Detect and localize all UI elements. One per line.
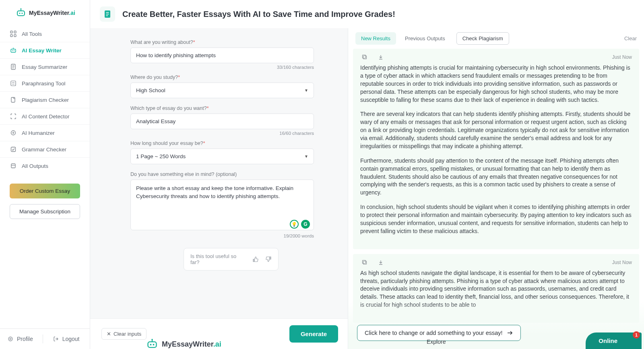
- grammarly-icon[interactable]: G: [301, 220, 310, 229]
- swap-icon: [10, 80, 17, 87]
- sidebar-item-ai-content-detector[interactable]: AI Content Detector: [0, 108, 90, 125]
- sidebar-item-label: All Tools: [22, 31, 42, 37]
- topic-input[interactable]: [130, 47, 314, 63]
- sidebar-item-ai-essay-writer[interactable]: AI Essay Writer: [0, 42, 90, 59]
- clear-inputs-label: Clear inputs: [114, 331, 141, 337]
- logout-icon: [53, 336, 59, 342]
- length-select[interactable]: 1 Page ~ 250 Words ▼: [130, 149, 314, 164]
- profile-label: Profile: [17, 336, 33, 342]
- svg-point-23: [8, 337, 12, 341]
- essay-paragraph: In conclusion, high school students shou…: [360, 203, 632, 235]
- order-custom-essay-button[interactable]: Order Custom Essay: [10, 184, 80, 198]
- svg-rect-20: [11, 147, 16, 152]
- sidebar-item-label: AI Essay Writer: [22, 47, 62, 54]
- sidebar-item-label: AI Humanizer: [22, 130, 55, 136]
- check-icon: [10, 146, 17, 153]
- sidebar-item-essay-summarizer[interactable]: Essay Summarizer: [0, 59, 90, 75]
- gear-icon: [7, 336, 14, 342]
- robot-logo-icon: [147, 339, 158, 349]
- study-select[interactable]: High School ▼: [130, 83, 314, 98]
- logout-link[interactable]: Logout: [53, 336, 80, 342]
- sidebar-item-label: AI Content Detector: [22, 114, 70, 120]
- stack-icon: [10, 162, 17, 169]
- sidebar-item-label: Grammar Checker: [22, 147, 66, 153]
- svg-rect-17: [11, 81, 16, 86]
- svg-point-10: [12, 50, 13, 51]
- download-icon[interactable]: [378, 54, 384, 60]
- suggestion-icon[interactable]: 💡: [290, 220, 299, 229]
- explore-link[interactable]: Explore: [427, 339, 446, 345]
- essay-type-input[interactable]: [130, 114, 314, 129]
- essay-paragraph: Furthermore, students should pay attenti…: [360, 157, 632, 197]
- check-plagiarism-button[interactable]: Check Plagiarism: [456, 32, 509, 45]
- clear-inputs-button[interactable]: ✕ Clear inputs: [101, 328, 147, 340]
- sidebar-item-all-outputs[interactable]: All Outputs: [0, 158, 90, 174]
- svg-rect-7: [10, 35, 12, 37]
- svg-rect-9: [11, 49, 16, 52]
- divider: [43, 335, 43, 343]
- page-header: Create Better, Faster Essays With AI to …: [90, 0, 644, 28]
- svg-point-37: [151, 339, 153, 340]
- sidebar-item-ai-humanizer[interactable]: AI Humanizer: [0, 125, 90, 141]
- sidebar-item-plagiarism-checker[interactable]: Plagiarism Checker: [0, 92, 90, 108]
- chevron-down-icon: ▼: [304, 88, 308, 93]
- grid-icon: [10, 30, 17, 37]
- profile-link[interactable]: Profile: [7, 336, 33, 342]
- brand-logo[interactable]: MyEssayWriter.ai: [0, 0, 90, 24]
- timestamp: Just Now: [612, 260, 632, 265]
- page-title: Create Better, Faster Essays With AI to …: [122, 10, 395, 19]
- sidebar-item-label: All Outputs: [22, 163, 48, 169]
- tab-new-results[interactable]: New Results: [355, 32, 396, 45]
- type-counter: 16/60 characters: [130, 131, 314, 136]
- svg-point-35: [153, 344, 155, 345]
- doc-icon: [10, 63, 17, 70]
- sidebar-item-label: Essay Summarizer: [22, 64, 67, 70]
- change-essay-label: Click here to change or add something to…: [365, 330, 503, 336]
- robot-icon: [10, 47, 17, 54]
- feedback-card: Is this tool useful so far?: [184, 248, 279, 271]
- essay-body: Identifying phishing attempts is crucial…: [360, 64, 632, 235]
- svg-rect-0: [17, 11, 25, 16]
- sidebar-item-grammar-checker[interactable]: Grammar Checker: [0, 141, 90, 158]
- essay-paragraph: There are several key indicators that ca…: [360, 110, 632, 150]
- logout-label: Logout: [62, 336, 80, 342]
- svg-point-1: [19, 12, 20, 14]
- sidebar-item-all-tools[interactable]: All Tools: [0, 26, 90, 42]
- manage-subscription-button[interactable]: Manage Subscription: [10, 204, 80, 219]
- svg-rect-31: [363, 261, 367, 264]
- result-card: Just Now As high school students navigat…: [353, 254, 639, 323]
- copy-icon[interactable]: [362, 54, 367, 60]
- study-label: Where do you study?*: [130, 74, 332, 80]
- wand-icon: [10, 129, 17, 136]
- svg-point-2: [21, 12, 23, 14]
- svg-point-24: [10, 338, 11, 340]
- svg-point-34: [150, 344, 152, 345]
- close-icon: ✕: [107, 331, 111, 337]
- notification-badge: 1: [633, 331, 640, 339]
- svg-rect-5: [10, 31, 12, 33]
- svg-point-11: [14, 50, 14, 51]
- timestamp: Just Now: [612, 54, 632, 60]
- generate-button[interactable]: Generate: [289, 325, 338, 343]
- length-label: How long should your essay be?*: [130, 140, 332, 146]
- essay-paragraph: As high school students navigate the dig…: [360, 269, 632, 309]
- thumbs-down-icon[interactable]: [265, 256, 272, 262]
- brand-name: MyEssayWriter.ai: [29, 10, 75, 16]
- download-icon[interactable]: [378, 260, 384, 265]
- footer-brand: MyEssayWriter.ai: [147, 339, 221, 349]
- copy-icon[interactable]: [362, 260, 367, 265]
- svg-rect-29: [363, 56, 367, 59]
- clear-output-button[interactable]: Clear: [624, 35, 637, 41]
- scan-icon: [10, 113, 17, 120]
- sidebar-item-paraphrasing-tool[interactable]: Paraphrasing Tool: [0, 75, 90, 92]
- thumbs-up-icon[interactable]: [252, 256, 259, 262]
- feedback-question: Is this tool useful so far?: [190, 253, 246, 265]
- topic-counter: 33/160 characters: [130, 65, 314, 70]
- arrow-right-icon: [507, 330, 513, 336]
- topic-label: What are you writing about?*: [130, 39, 332, 45]
- sidebar-item-label: Paraphrasing Tool: [22, 81, 66, 87]
- svg-rect-6: [14, 31, 16, 33]
- extra-textarea[interactable]: [130, 180, 314, 230]
- tab-previous-outputs[interactable]: Previous Outputs: [399, 32, 451, 45]
- study-value: High School: [136, 87, 165, 93]
